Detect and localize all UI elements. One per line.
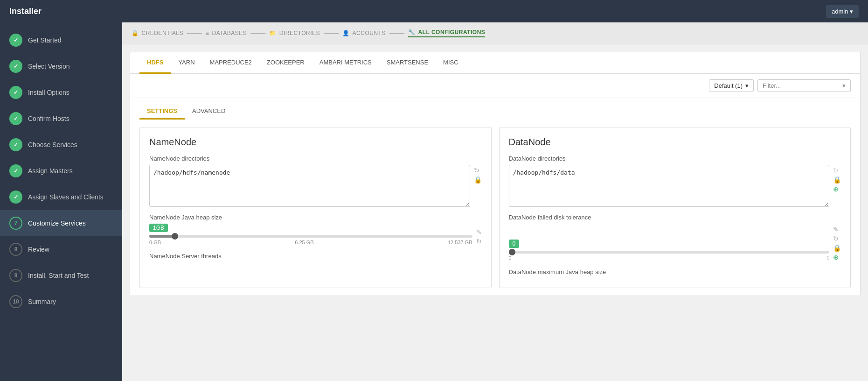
datanode-max-heap-section: DataNode maximum Java heap size [509, 268, 841, 275]
sidebar-item-label-confirm-hosts: Confirm Hosts [28, 115, 69, 122]
breadcrumb-label-credentials: CREDENTIALS [142, 30, 184, 36]
refresh-icon[interactable]: ↻ [474, 167, 482, 174]
chevron-down-icon-filter: ▾ [842, 82, 846, 89]
namenode-threads-label: NameNode Server threads [149, 253, 482, 260]
datanode-title: DataNode [509, 137, 841, 148]
sidebar-item-label-summary: Summary [28, 298, 56, 305]
sidebar-item-confirm-hosts[interactable]: ✓Confirm Hosts [0, 106, 122, 132]
service-tab-zookeeper[interactable]: ZOOKEEPER [259, 52, 312, 74]
namenode-dirs-field: /hadoop/hdfs/namenode [149, 165, 470, 208]
breadcrumb-databases[interactable]: ≡DATABASES [206, 30, 247, 36]
breadcrumb-all-configurations: 🔧ALL CONFIGURATIONS [408, 29, 485, 37]
topbar: Installer admin ▾ [0, 0, 868, 22]
datanode-tolerance-labels: 0 1 [509, 255, 830, 261]
lock-icon-dn[interactable]: 🔒 [833, 176, 841, 183]
namenode-heap-slider-container[interactable] [149, 235, 472, 238]
refresh-icon-dn[interactable]: ↻ [833, 167, 841, 174]
filter-input-wrapper[interactable]: ▾ [757, 79, 851, 92]
step-circle-select-version: ✓ [9, 60, 22, 73]
chevron-down-icon: ▾ [745, 82, 749, 89]
sidebar-item-install-options[interactable]: ✓Install Options [0, 79, 122, 106]
sidebar-item-review[interactable]: 8Review [0, 236, 122, 262]
namenode-dirs-textarea[interactable]: /hadoop/hdfs/namenode [149, 165, 470, 207]
step-circle-confirm-hosts: ✓ [9, 112, 22, 125]
edit-icon-dn[interactable]: ✎ [833, 226, 841, 233]
service-tab-smartsense[interactable]: SMARTSENSE [379, 52, 436, 74]
namenode-heap-labels: 0 GB 6.25 GB 12.537 GB [149, 240, 472, 245]
breadcrumb-bar: 🔒CREDENTIALS——≡DATABASES——📁DIRECTORIES——… [122, 22, 868, 44]
add-icon-dn[interactable]: ⊕ [833, 185, 841, 193]
datanode-dirs-row: /hadoop/hdfs/data ↻ 🔒 ⊕ [509, 165, 841, 208]
datanode-card: DataNode DataNode directories /hadoop/hd… [499, 127, 851, 288]
sidebar-item-choose-services[interactable]: ✓Choose Services [0, 132, 122, 158]
refresh-icon-heap[interactable]: ↻ [476, 238, 482, 245]
sidebar-item-label-choose-services: Choose Services [28, 141, 77, 148]
step-circle-install-options: ✓ [9, 86, 22, 99]
namenode-title: NameNode [149, 137, 482, 148]
sidebar-item-label-customize-services: Customize Services [28, 219, 86, 227]
sidebar-item-label-install-options: Install Options [28, 89, 69, 96]
datanode-dirs-label: DataNode directories [509, 155, 841, 162]
filter-dropdown[interactable]: Default (1) ▾ [709, 79, 754, 92]
datanode-dirs-textarea[interactable]: /hadoop/hdfs/data [509, 165, 830, 207]
breadcrumb-icon-credentials: 🔒 [132, 30, 139, 36]
namenode-threads-section: NameNode Server threads [149, 253, 482, 260]
service-tab-misc[interactable]: MISC [436, 52, 466, 74]
service-tab-ambari-metrics[interactable]: AMBARI METRICS [312, 52, 379, 74]
datanode-tolerance-label: DataNode failed disk tolerance [509, 214, 841, 221]
step-circle-review: 8 [9, 243, 22, 256]
datanode-tolerance-section: DataNode failed disk tolerance 0 [509, 214, 841, 261]
filter-text-input[interactable] [763, 82, 840, 89]
lock-icon-dn-tol[interactable]: 🔒 [833, 244, 841, 252]
settings-subtabs: SETTINGSADVANCED [130, 98, 860, 120]
refresh-icon-dn-tol[interactable]: ↻ [833, 235, 841, 242]
service-tab-hdfs[interactable]: HDFS [139, 52, 171, 74]
sidebar-item-label-install-start: Install, Start and Test [28, 272, 89, 279]
sidebar-item-assign-slaves[interactable]: ✓Assign Slaves and Clients [0, 184, 122, 210]
step-circle-customize-services: 7 [9, 217, 22, 230]
add-icon-dn-tol[interactable]: ⊕ [833, 254, 841, 261]
datanode-tolerance-track [509, 251, 830, 254]
step-circle-get-started: ✓ [9, 34, 22, 47]
breadcrumb-sep-1: —— [250, 29, 265, 37]
sidebar-item-install-start[interactable]: 9Install, Start and Test [0, 262, 122, 289]
edit-icon[interactable]: ✎ [476, 228, 482, 236]
namenode-dirs-row: /hadoop/hdfs/namenode ↻ 🔒 [149, 165, 482, 208]
settings-tab-advanced[interactable]: ADVANCED [185, 104, 233, 120]
namenode-heap-slider-content: 1GB 0 GB 6.25 GB [149, 224, 472, 245]
namenode-heap-track [149, 235, 472, 238]
breadcrumb-directories[interactable]: 📁DIRECTORIES [269, 30, 320, 36]
breadcrumb-credentials[interactable]: 🔒CREDENTIALS [132, 30, 183, 36]
sidebar-item-label-assign-masters: Assign Masters [28, 167, 73, 175]
datanode-tolerance-thumb[interactable] [509, 249, 515, 255]
step-circle-assign-masters: ✓ [9, 164, 22, 177]
app-title: Installer [9, 7, 42, 16]
sidebar-item-select-version[interactable]: ✓Select Version [0, 53, 122, 79]
datanode-dirs-field: /hadoop/hdfs/data [509, 165, 830, 208]
sidebar-item-customize-services[interactable]: 7Customize Services [0, 210, 122, 236]
namenode-heap-icons: ✎ ↻ [476, 226, 482, 245]
user-menu[interactable]: admin ▾ [826, 5, 859, 18]
breadcrumb-accounts[interactable]: 👤ACCOUNTS [342, 30, 386, 36]
datanode-dirs-icons: ↻ 🔒 ⊕ [833, 165, 841, 193]
sidebar-item-assign-masters[interactable]: ✓Assign Masters [0, 158, 122, 184]
datanode-tolerance-icons: ✎ ↻ 🔒 ⊕ [833, 224, 841, 261]
namenode-heap-thumb[interactable] [172, 233, 178, 240]
breadcrumb-icon-directories: 📁 [269, 30, 277, 36]
service-tab-mapreduce2[interactable]: MAPREDUCE2 [202, 52, 259, 74]
breadcrumb-label-directories: DIRECTORIES [279, 30, 320, 36]
breadcrumb-icon-accounts: 👤 [342, 30, 350, 36]
sidebar-item-get-started[interactable]: ✓Get Started [0, 27, 122, 53]
namenode-dirs-icons: ↻ 🔒 [474, 165, 482, 183]
service-tab-yarn[interactable]: YARN [171, 52, 202, 74]
service-tabs: HDFSYARNMAPREDUCE2ZOOKEEPERAMBARI METRIC… [130, 52, 860, 74]
main-content: 🔒CREDENTIALS——≡DATABASES——📁DIRECTORIES——… [122, 22, 868, 381]
sidebar-item-label-assign-slaves: Assign Slaves and Clients [28, 193, 104, 201]
settings-tab-settings[interactable]: SETTINGS [139, 104, 185, 120]
datanode-tolerance-slider-container[interactable] [509, 251, 830, 254]
sidebar-item-label-get-started: Get Started [28, 36, 62, 44]
datanode-tolerance-badge: 0 [509, 240, 520, 248]
sidebar-item-summary[interactable]: 10Summary [0, 289, 122, 315]
lock-icon[interactable]: 🔒 [474, 176, 482, 183]
namenode-heap-max: 12.537 GB [448, 240, 472, 245]
